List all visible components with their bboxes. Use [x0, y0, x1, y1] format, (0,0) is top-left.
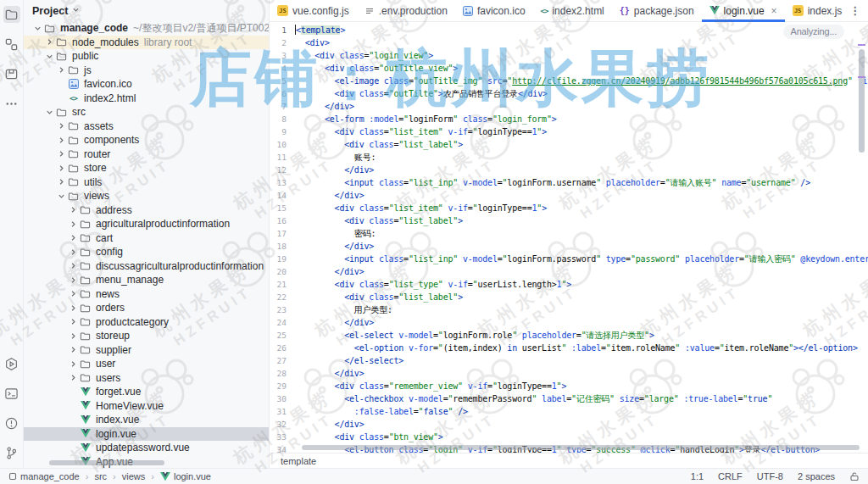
tree-item-menu_manage[interactable]: menu_manage: [24, 273, 269, 287]
tree-item-users[interactable]: users: [24, 371, 269, 386]
status-widget-UTF-8[interactable]: UTF-8: [757, 471, 783, 481]
status-widget-1-1[interactable]: 1:1: [691, 471, 704, 481]
tab-vue.config.js[interactable]: JSvue.config.js: [270, 0, 357, 21]
problems-icon[interactable]: [3, 414, 20, 431]
editor-vscrollbar[interactable]: [859, 49, 865, 153]
terminal-icon[interactable]: [3, 385, 20, 402]
tab-index.js[interactable]: JSindex.js: [785, 0, 850, 21]
code-editor[interactable]: 1<template>2 <div>3 <div class="login_vi…: [270, 22, 868, 453]
code-line[interactable]: 11 账号:: [270, 151, 868, 164]
code-line[interactable]: 17 密码:: [270, 227, 868, 240]
code-line[interactable]: 30 <el-checkbox v-model="rememberPasswor…: [270, 392, 868, 405]
code-line[interactable]: 24 </div>: [270, 316, 868, 329]
code-line[interactable]: 7 </div>: [270, 100, 868, 113]
chevron-right-icon[interactable]: [68, 303, 79, 313]
chevron-right-icon[interactable]: [56, 65, 67, 75]
tree-item-login.vue[interactable]: login.vue: [24, 427, 269, 442]
structure-icon[interactable]: [3, 65, 20, 82]
chevron-right-icon[interactable]: [56, 149, 67, 159]
chevron-right-icon[interactable]: [68, 331, 79, 341]
code-line[interactable]: 13 <input class="list_inp" v-model="logi…: [270, 176, 868, 189]
chevron-right-icon[interactable]: [68, 359, 79, 369]
editor-hscrollbar[interactable]: [302, 445, 860, 450]
tree-item-cart[interactable]: cart: [24, 231, 269, 246]
chevron-right-icon[interactable]: [68, 233, 79, 242]
status-widget-2-spaces[interactable]: 2 spaces: [798, 471, 835, 481]
code-line[interactable]: 10 <div class="list_label">: [270, 138, 868, 151]
unlocked-icon[interactable]: [849, 471, 860, 481]
tree-item-supplier[interactable]: supplier: [24, 343, 269, 358]
code-line[interactable]: 28 </div>: [270, 367, 868, 380]
commit-icon[interactable]: [3, 36, 20, 53]
code-line[interactable]: 14 </div>: [270, 189, 868, 202]
tree-item-productcategory[interactable]: productcategory: [24, 315, 269, 330]
code-line[interactable]: 15 <div class="list_item" v-if="loginTyp…: [270, 202, 868, 214]
code-line[interactable]: 22 <div class="list_label">: [270, 291, 868, 303]
tree-item-storeup[interactable]: storeup: [24, 329, 269, 343]
tree-item-index.vue[interactable]: index.vue: [24, 413, 269, 427]
tree-item-public[interactable]: public: [24, 49, 269, 64]
more-tool-windows-icon[interactable]: [3, 95, 20, 112]
project-panel-header[interactable]: Project: [24, 0, 269, 21]
code-line[interactable]: 8 <el-form :model="loginForm" class="log…: [270, 113, 868, 125]
code-line[interactable]: 27 </el-select>: [270, 354, 868, 367]
code-line[interactable]: 5 <el-image class="outTitle_img" src="ht…: [270, 75, 868, 87]
chevron-right-icon[interactable]: [68, 220, 79, 229]
tree-item-config[interactable]: config: [24, 245, 269, 259]
code-line[interactable]: 1<template>: [270, 24, 868, 36]
tree-item-components[interactable]: components: [24, 133, 269, 147]
code-line[interactable]: 3 <div class="login_view">: [270, 49, 868, 62]
chevron-right-icon[interactable]: [68, 345, 79, 354]
tree-item-utils[interactable]: utils: [24, 175, 269, 190]
tree-item-src[interactable]: src: [24, 105, 269, 120]
status-widget-CRLF[interactable]: CRLF: [718, 471, 743, 481]
tree-item-orders[interactable]: orders: [24, 301, 269, 315]
tree-item-router[interactable]: router: [24, 147, 269, 162]
chevron-down-icon[interactable]: [32, 24, 43, 33]
status-breadcrumb-views[interactable]: views: [122, 471, 146, 481]
code-line[interactable]: 32 </div>: [270, 418, 868, 431]
chevron-right-icon[interactable]: [56, 121, 67, 131]
code-line[interactable]: 23 用户类型:: [270, 303, 868, 316]
services-icon[interactable]: [3, 355, 20, 372]
chevron-right-icon[interactable]: [68, 275, 79, 285]
project-icon[interactable]: [3, 6, 20, 23]
tab-package.json[interactable]: {}package.json: [612, 0, 702, 21]
chevron-right-icon[interactable]: [68, 289, 79, 298]
chevron-down-icon[interactable]: [56, 192, 67, 201]
tree-item-favicon.ico[interactable]: favicon.ico: [24, 77, 269, 92]
tree-item-views[interactable]: views: [24, 189, 269, 203]
tab-favicon.ico[interactable]: favicon.ico: [455, 0, 533, 21]
code-line[interactable]: 33 <div class="btn_view">: [270, 431, 868, 443]
code-line[interactable]: 20 </div>: [270, 265, 868, 278]
tree-item-js[interactable]: js: [24, 64, 269, 78]
tree-item-store[interactable]: store: [24, 161, 269, 175]
chevron-right-icon[interactable]: [44, 37, 55, 47]
chevron-right-icon[interactable]: [56, 177, 67, 186]
code-line[interactable]: 12 </div>: [270, 164, 868, 176]
tree-item-user[interactable]: user: [24, 357, 269, 371]
tree-item-node_modules[interactable]: node_moduleslibrary root: [24, 36, 269, 50]
breadcrumb-template[interactable]: template: [281, 456, 316, 466]
tab-login.vue[interactable]: login.vue×: [702, 0, 785, 21]
code-line[interactable]: 9 <div class="list_item" v-if="loginType…: [270, 125, 868, 138]
code-line[interactable]: 18 </div>: [270, 240, 868, 253]
close-tab-icon[interactable]: ×: [771, 6, 777, 16]
tree-item-forget.vue[interactable]: forget.vue: [24, 385, 269, 399]
code-line[interactable]: 19 <input class="list_inp" v-model="logi…: [270, 253, 868, 265]
chevron-right-icon[interactable]: [56, 164, 67, 173]
tree-item-assets[interactable]: assets: [24, 120, 269, 134]
chevron-right-icon[interactable]: [68, 248, 79, 257]
tree-item-discussagriculturalproductinformation[interactable]: discussagriculturalproductinformation: [24, 259, 269, 274]
tree-item-address[interactable]: address: [24, 203, 269, 218]
chevron-right-icon[interactable]: [68, 261, 79, 270]
code-line[interactable]: 2 <div>: [270, 36, 868, 49]
code-line[interactable]: 29 <div class="remember_view" v-if="logi…: [270, 380, 868, 392]
status-breadcrumb-src[interactable]: src: [94, 471, 107, 481]
code-line[interactable]: 26 <el-option v-for="(item,index) in use…: [270, 342, 868, 354]
chevron-down-icon[interactable]: [44, 108, 55, 117]
tree-item-index2.html[interactable]: <>index2.html: [24, 92, 269, 106]
analyzing-status[interactable]: Analyzing...: [783, 25, 844, 39]
tree-item-manage_code[interactable]: manage_code~/整改项目v2/普通项目/PT002-农贸商城: [24, 21, 269, 36]
tree-item-agriculturalproductinformation[interactable]: agriculturalproductinformation: [24, 217, 269, 231]
